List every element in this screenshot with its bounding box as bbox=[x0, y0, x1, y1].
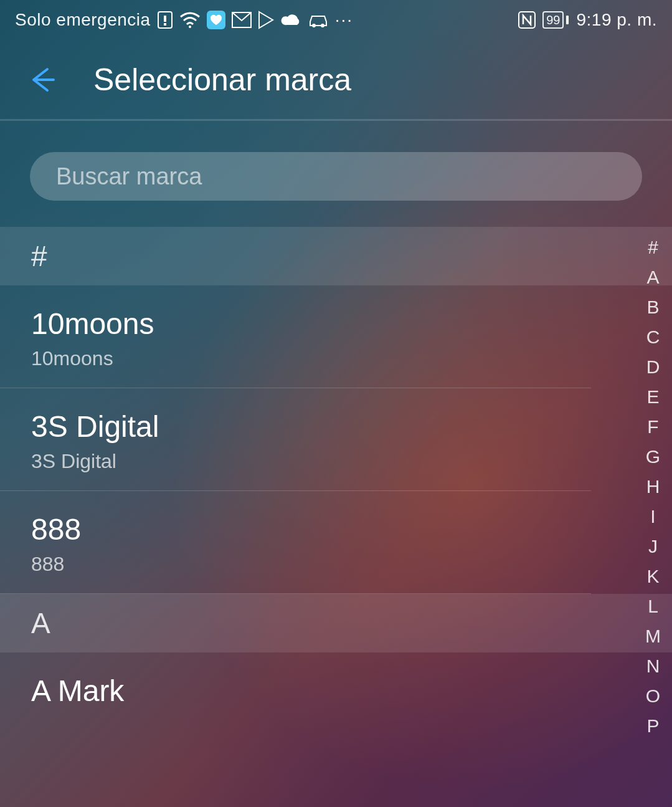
play-store-icon bbox=[258, 11, 274, 29]
status-right: 99 9:19 p. m. bbox=[518, 10, 657, 30]
svg-rect-2 bbox=[164, 23, 166, 26]
car-icon bbox=[308, 12, 329, 28]
cloud-icon bbox=[280, 12, 301, 27]
clock-text: 9:19 p. m. bbox=[576, 10, 657, 30]
brand-subtitle: 888 bbox=[31, 553, 560, 576]
svg-point-3 bbox=[189, 26, 191, 28]
search-input[interactable] bbox=[56, 163, 616, 190]
battery-level: 99 bbox=[546, 14, 560, 26]
brand-subtitle: 3S Digital bbox=[31, 450, 560, 473]
alpha-index-item[interactable]: L bbox=[645, 596, 661, 616]
list-item[interactable]: 3S Digital 3S Digital bbox=[0, 388, 591, 491]
back-button[interactable] bbox=[25, 63, 59, 97]
alpha-index-item[interactable]: I bbox=[645, 506, 661, 527]
alpha-index-item[interactable]: A bbox=[645, 267, 661, 287]
brand-title: 10moons bbox=[31, 307, 560, 341]
brand-title: 3S Digital bbox=[31, 409, 560, 444]
alpha-index-item[interactable]: P bbox=[645, 715, 661, 736]
battery-icon: 99 bbox=[542, 11, 564, 29]
alpha-index-item[interactable]: J bbox=[645, 536, 661, 556]
alpha-index-item[interactable]: G bbox=[645, 446, 661, 467]
page-title: Seleccionar marca bbox=[93, 62, 351, 98]
brand-subtitle: 10moons bbox=[31, 347, 560, 370]
app-bar: Seleccionar marca bbox=[0, 40, 672, 121]
alpha-index-item[interactable]: H bbox=[645, 476, 661, 497]
status-left: Solo emergencia ··· bbox=[15, 10, 353, 30]
list-item[interactable]: A Mark bbox=[0, 652, 591, 732]
alpha-index-item[interactable]: F bbox=[645, 416, 661, 437]
alpha-index-item[interactable]: M bbox=[645, 626, 661, 646]
svg-point-7 bbox=[321, 24, 324, 27]
battery-tip-icon bbox=[566, 16, 570, 24]
carrier-text: Solo emergencia bbox=[15, 10, 151, 30]
alpha-index-item[interactable]: # bbox=[645, 237, 661, 257]
alpha-index-item[interactable]: D bbox=[645, 356, 661, 377]
alpha-index[interactable]: # A B C D E F G H I J K L M N O P bbox=[645, 237, 661, 736]
alpha-index-item[interactable]: K bbox=[645, 566, 661, 586]
svg-point-6 bbox=[312, 24, 316, 27]
alpha-index-item[interactable]: E bbox=[645, 386, 661, 407]
alpha-index-item[interactable]: B bbox=[645, 297, 661, 317]
gmail-icon bbox=[232, 12, 252, 28]
alpha-index-item[interactable]: C bbox=[645, 327, 661, 347]
wifi-icon bbox=[179, 12, 201, 28]
svg-rect-9 bbox=[566, 16, 569, 24]
brand-title: 888 bbox=[31, 512, 560, 547]
health-app-icon bbox=[207, 11, 225, 29]
status-bar: Solo emergencia ··· bbox=[0, 0, 672, 40]
brand-list[interactable]: # 10moons 10moons 3S Digital 3S Digital … bbox=[0, 227, 672, 732]
search-pill[interactable] bbox=[30, 152, 642, 201]
brand-title: A Mark bbox=[31, 674, 560, 708]
nfc-icon bbox=[518, 11, 536, 29]
section-header-a: A bbox=[0, 594, 672, 652]
section-header-hash: # bbox=[0, 227, 672, 285]
more-icon: ··· bbox=[335, 10, 353, 30]
alpha-index-item[interactable]: N bbox=[645, 656, 661, 676]
list-item[interactable]: 10moons 10moons bbox=[0, 285, 591, 388]
sim-alert-icon bbox=[157, 11, 173, 29]
search-container bbox=[0, 121, 672, 227]
svg-rect-1 bbox=[164, 16, 166, 22]
list-item[interactable]: 888 888 bbox=[0, 491, 591, 594]
alpha-index-item[interactable]: O bbox=[645, 685, 661, 706]
